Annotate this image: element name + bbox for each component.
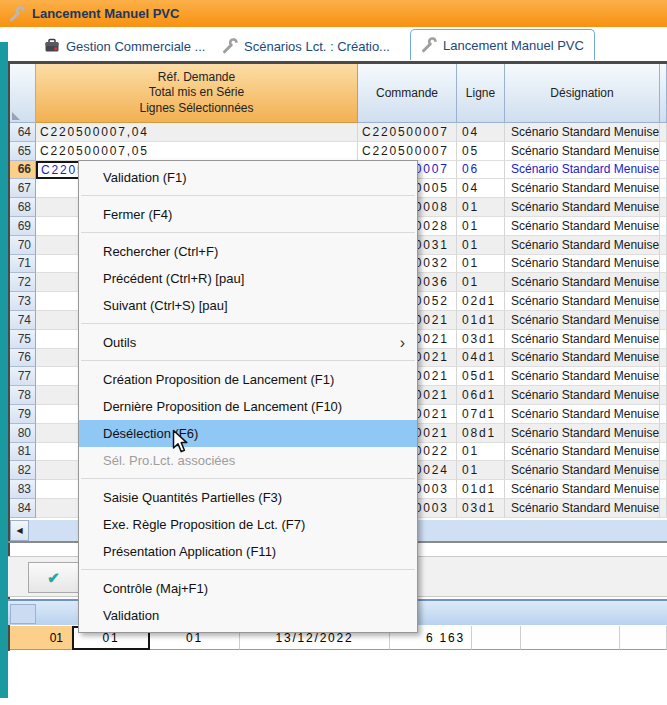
- row-number-cell[interactable]: 80: [10, 424, 36, 443]
- designation-cell[interactable]: Scénario Standard Menuise: [505, 236, 660, 255]
- ligne-cell[interactable]: 05: [457, 142, 505, 161]
- menu-item[interactable]: Présentation Application (F11): [79, 538, 417, 565]
- table-row[interactable]: 64 C220500007,04 C220500007 04 Scénario …: [10, 123, 667, 142]
- designation-cell[interactable]: Scénario Standard Menuise: [505, 330, 660, 349]
- designation-cell[interactable]: Scénario Standard Menuise: [505, 292, 660, 311]
- column-header-designation[interactable]: Désignation: [505, 64, 660, 123]
- ligne-cell[interactable]: 01: [457, 443, 505, 462]
- designation-cell[interactable]: Scénario Standard Menuise: [505, 179, 660, 198]
- ligne-cell[interactable]: 05d1: [457, 367, 505, 386]
- designation-cell[interactable]: Scénario Standard Menuise: [505, 405, 660, 424]
- row-number-cell[interactable]: 76: [10, 349, 36, 368]
- grid-corner-header[interactable]: [10, 64, 36, 123]
- ligne-cell[interactable]: 03d1: [457, 499, 505, 518]
- menu-item[interactable]: Dernière Proposition de Lancement (F10): [79, 393, 417, 420]
- row-number-cell[interactable]: 84: [10, 499, 36, 518]
- row-number-cell[interactable]: 71: [10, 255, 36, 274]
- ligne-cell[interactable]: 01: [457, 273, 505, 292]
- row-number-cell[interactable]: 67: [10, 179, 36, 198]
- commande-cell[interactable]: C220500007: [358, 142, 457, 161]
- detail-empty-cell[interactable]: [620, 626, 667, 650]
- row-number-cell[interactable]: 74: [10, 311, 36, 330]
- row-number-cell[interactable]: 73: [10, 292, 36, 311]
- detail-empty-cell[interactable]: [472, 626, 521, 650]
- ligne-cell[interactable]: 06: [457, 161, 505, 180]
- row-number-cell[interactable]: 68: [10, 198, 36, 217]
- ligne-cell[interactable]: 07d1: [457, 405, 505, 424]
- scroll-left-button[interactable]: ◀: [10, 520, 29, 541]
- menu-item[interactable]: Outils ›: [79, 329, 417, 356]
- tab-label: Gestion Commerciale ...: [66, 39, 205, 54]
- ligne-cell[interactable]: 03d1: [457, 330, 505, 349]
- row-number-cell[interactable]: 79: [10, 405, 36, 424]
- designation-cell[interactable]: Scénario Standard Menuise: [505, 311, 660, 330]
- ligne-cell[interactable]: 02d1: [457, 292, 505, 311]
- menu-item[interactable]: Validation (F1): [79, 164, 417, 191]
- menu-item[interactable]: Validation: [79, 602, 417, 629]
- detail-empty-cell[interactable]: [521, 626, 620, 650]
- ligne-cell[interactable]: 01: [457, 217, 505, 236]
- row-number-cell[interactable]: 69: [10, 217, 36, 236]
- designation-cell[interactable]: Scénario Standard Menuise: [505, 255, 660, 274]
- designation-cell[interactable]: Scénario Standard Menuise: [505, 424, 660, 443]
- row-number-cell[interactable]: 83: [10, 480, 36, 499]
- ligne-cell[interactable]: 01: [457, 236, 505, 255]
- ref-demande-cell[interactable]: C220500007,04: [36, 123, 358, 142]
- row-number-cell[interactable]: 75: [10, 330, 36, 349]
- designation-cell[interactable]: Scénario Standard Menuise: [505, 161, 660, 180]
- designation-cell[interactable]: Scénario Standard Menuise: [505, 217, 660, 236]
- ref-demande-cell[interactable]: C220500007,05: [36, 142, 358, 161]
- menu-item[interactable]: Création Proposition de Lancement (F1): [79, 366, 417, 393]
- column-header-ligne[interactable]: Ligne: [457, 64, 505, 123]
- menu-item[interactable]: Fermer (F4): [79, 201, 417, 228]
- ligne-cell[interactable]: 01d1: [457, 480, 505, 499]
- ligne-cell[interactable]: 01: [457, 198, 505, 217]
- menu-item[interactable]: Saisie Quantités Partielles (F3): [79, 484, 417, 511]
- designation-cell[interactable]: Scénario Standard Menuise: [505, 142, 660, 161]
- ligne-cell[interactable]: 08d1: [457, 424, 505, 443]
- designation-cell[interactable]: Scénario Standard Menuise: [505, 198, 660, 217]
- designation-cell[interactable]: Scénario Standard Menuise: [505, 367, 660, 386]
- detail-row-header-cell[interactable]: 01: [10, 626, 72, 650]
- ligne-cell[interactable]: 06d1: [457, 386, 505, 405]
- menu-item[interactable]: Précédent (Ctrl+R) [pau]: [79, 265, 417, 292]
- ligne-cell[interactable]: 04: [457, 179, 505, 198]
- designation-cell[interactable]: Scénario Standard Menuise: [505, 461, 660, 480]
- menu-item[interactable]: Contrôle (Maj+F1): [79, 575, 417, 602]
- designation-cell[interactable]: Scénario Standard Menuise: [505, 499, 660, 518]
- row-number-cell[interactable]: 70: [10, 236, 36, 255]
- row-number-cell[interactable]: 81: [10, 443, 36, 462]
- menu-item[interactable]: Exe. Règle Proposition de Lct. (F7): [79, 511, 417, 538]
- validate-button[interactable]: ✔: [28, 562, 79, 593]
- ligne-cell[interactable]: 04d1: [457, 349, 505, 368]
- tab-lancement-manuel-pvc-active[interactable]: Lancement Manuel PVC: [410, 29, 595, 60]
- table-row[interactable]: 65 C220500007,05 C220500007 05 Scénario …: [10, 142, 667, 161]
- tab-gestion-commerciale[interactable]: Gestion Commerciale ...: [34, 32, 215, 60]
- column-header-ref-demande[interactable]: Réf. Demande Total mis en Série Lignes S…: [36, 64, 358, 123]
- column-header-commande[interactable]: Commande: [358, 64, 457, 123]
- ligne-cell[interactable]: 01d1: [457, 311, 505, 330]
- row-number-cell[interactable]: 82: [10, 461, 36, 480]
- row-number-cell[interactable]: 64: [10, 123, 36, 142]
- row-number-cell[interactable]: 65: [10, 142, 36, 161]
- row-number-cell[interactable]: 78: [10, 386, 36, 405]
- tab-scenarios-lct[interactable]: Scénarios Lct. : Créatio...: [212, 32, 400, 60]
- designation-cell[interactable]: Scénario Standard Menuise: [505, 386, 660, 405]
- detail-grid-corner-cell[interactable]: [10, 604, 36, 624]
- menu-item[interactable]: Suivant (Ctrl+S) [pau]: [79, 292, 417, 319]
- menu-item[interactable]: Rechercher (Ctrl+F): [79, 238, 417, 265]
- designation-cell[interactable]: Scénario Standard Menuise: [505, 443, 660, 462]
- designation-cell[interactable]: Scénario Standard Menuise: [505, 273, 660, 292]
- ligne-cell[interactable]: 01: [457, 255, 505, 274]
- row-number-cell[interactable]: 77: [10, 367, 36, 386]
- row-number-cell[interactable]: 66: [10, 161, 36, 180]
- designation-cell[interactable]: Scénario Standard Menuise: [505, 123, 660, 142]
- left-teal-splitter[interactable]: [0, 42, 8, 698]
- menu-item[interactable]: Désélection (F6): [79, 420, 417, 447]
- ligne-cell[interactable]: 04: [457, 123, 505, 142]
- designation-cell[interactable]: Scénario Standard Menuise: [505, 349, 660, 368]
- designation-cell[interactable]: Scénario Standard Menuise: [505, 480, 660, 499]
- ligne-cell[interactable]: 01: [457, 461, 505, 480]
- commande-cell[interactable]: C220500007: [358, 123, 457, 142]
- row-number-cell[interactable]: 72: [10, 273, 36, 292]
